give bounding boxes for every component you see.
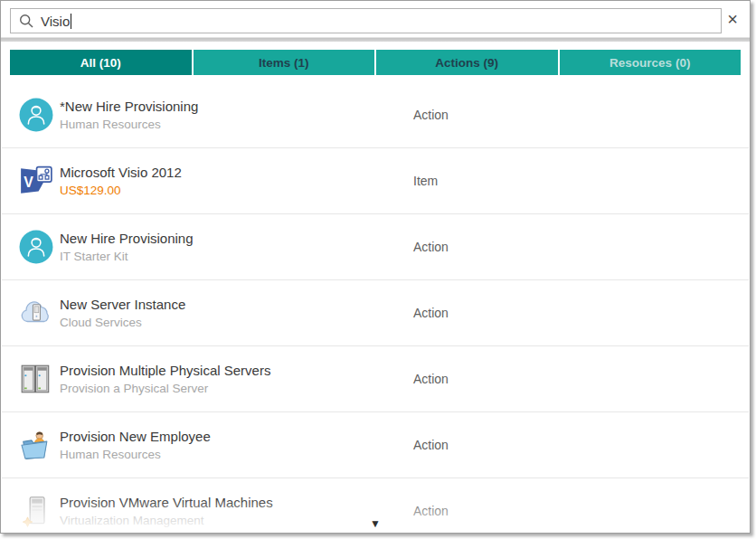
item-text: Provision New EmployeeHuman Resources <box>60 429 211 461</box>
physical-servers-icon <box>19 362 53 396</box>
item-type-label: Item <box>413 174 438 188</box>
list-item[interactable]: *New Hire ProvisioningHuman ResourcesAct… <box>2 82 749 148</box>
item-subtitle: IT Starter Kit <box>60 250 194 263</box>
item-text: New Hire ProvisioningIT Starter Kit <box>60 231 194 263</box>
item-title: Microsoft Visio 2012 <box>60 165 182 180</box>
tab-all-10[interactable]: All (10) <box>10 50 192 75</box>
svg-text:V: V <box>24 175 33 190</box>
item-title: New Hire Provisioning <box>60 231 194 246</box>
item-price: US$129.00 <box>60 184 182 197</box>
item-text: Provision Multiple Physical ServersProvi… <box>60 363 270 395</box>
tab-resources-0[interactable]: Resources (0) <box>560 50 742 75</box>
scroll-down-indicator[interactable]: ▼ <box>370 518 381 529</box>
person-circle-icon <box>19 230 53 264</box>
text-caret <box>71 14 71 29</box>
list-item[interactable]: New Hire ProvisioningIT Starter KitActio… <box>2 214 749 280</box>
search-header: Visio × <box>1 1 750 37</box>
search-dialog: Visio × All (10)Items (1)Actions (9)Reso… <box>0 0 751 534</box>
list-item[interactable]: Provision New EmployeeHuman ResourcesAct… <box>2 412 749 478</box>
item-text: Microsoft Visio 2012US$129.00 <box>60 165 182 197</box>
item-type-label: Action <box>413 108 449 122</box>
item-type-label: Action <box>413 240 449 254</box>
item-subtitle: Cloud Services <box>60 316 185 329</box>
search-results-list: *New Hire ProvisioningHuman ResourcesAct… <box>2 82 749 532</box>
list-item[interactable]: V Microsoft Visio 2012US$129.00Item <box>2 148 749 214</box>
close-icon[interactable]: × <box>721 7 744 31</box>
person-circle-icon <box>19 98 53 132</box>
folder-person-icon <box>19 428 53 462</box>
item-subtitle: Provision a Physical Server <box>60 382 270 395</box>
item-type-label: Action <box>413 504 449 518</box>
item-text: Provision VMware Virtual MachinesVirtual… <box>60 495 273 527</box>
vm-server-icon <box>19 494 53 528</box>
search-input[interactable]: Visio <box>10 8 722 33</box>
item-subtitle: Human Resources <box>60 118 198 131</box>
visio-icon: V <box>19 164 53 198</box>
tab-actions-9[interactable]: Actions (9) <box>376 50 558 75</box>
tab-bar: All (10)Items (1)Actions (9)Resources (0… <box>10 50 741 75</box>
item-text: New Server InstanceCloud Services <box>60 297 185 329</box>
search-icon <box>19 14 33 28</box>
item-type-label: Action <box>413 306 449 320</box>
item-title: New Server Instance <box>60 297 185 312</box>
tab-items-1[interactable]: Items (1) <box>194 50 375 75</box>
item-title: Provision VMware Virtual Machines <box>60 495 273 510</box>
header-divider <box>1 37 750 42</box>
list-item[interactable]: New Server InstanceCloud ServicesAction <box>2 280 749 346</box>
item-type-label: Action <box>413 372 449 386</box>
item-title: Provision Multiple Physical Servers <box>60 363 270 378</box>
item-subtitle: Virtualization Management <box>60 514 273 527</box>
item-title: *New Hire Provisioning <box>60 99 198 114</box>
item-type-label: Action <box>413 438 449 452</box>
item-text: *New Hire ProvisioningHuman Resources <box>60 99 198 131</box>
item-subtitle: Human Resources <box>60 448 211 461</box>
search-input-value: Visio <box>41 14 70 29</box>
cloud-server-icon <box>19 296 53 330</box>
list-item[interactable]: Provision Multiple Physical ServersProvi… <box>2 346 749 412</box>
item-title: Provision New Employee <box>60 429 211 444</box>
